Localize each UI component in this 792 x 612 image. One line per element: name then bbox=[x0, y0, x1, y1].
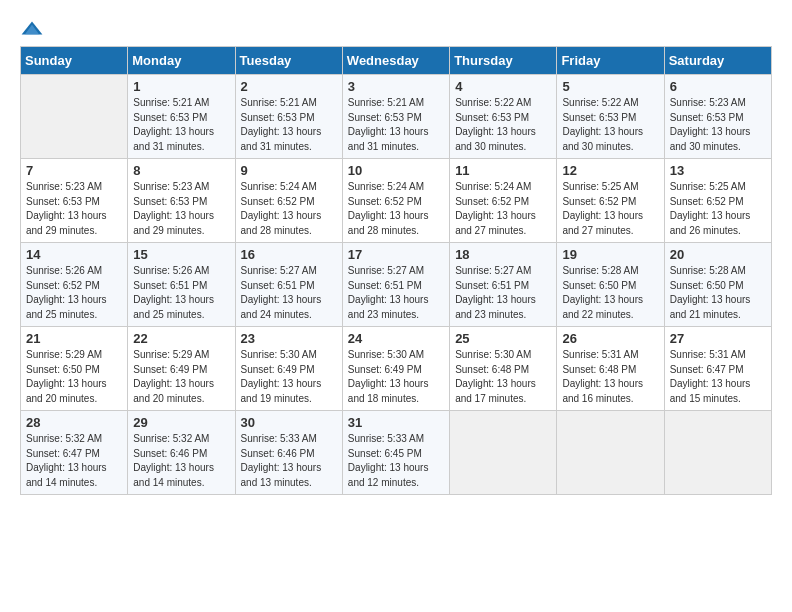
day-info: Sunrise: 5:29 AM Sunset: 6:49 PM Dayligh… bbox=[133, 348, 229, 406]
calendar-cell: 23Sunrise: 5:30 AM Sunset: 6:49 PM Dayli… bbox=[235, 327, 342, 411]
day-number: 21 bbox=[26, 331, 122, 346]
calendar-cell: 27Sunrise: 5:31 AM Sunset: 6:47 PM Dayli… bbox=[664, 327, 771, 411]
day-info: Sunrise: 5:29 AM Sunset: 6:50 PM Dayligh… bbox=[26, 348, 122, 406]
calendar-header-tuesday: Tuesday bbox=[235, 47, 342, 75]
day-number: 10 bbox=[348, 163, 444, 178]
day-number: 24 bbox=[348, 331, 444, 346]
calendar-cell: 13Sunrise: 5:25 AM Sunset: 6:52 PM Dayli… bbox=[664, 159, 771, 243]
day-number: 18 bbox=[455, 247, 551, 262]
calendar-cell: 15Sunrise: 5:26 AM Sunset: 6:51 PM Dayli… bbox=[128, 243, 235, 327]
day-info: Sunrise: 5:32 AM Sunset: 6:46 PM Dayligh… bbox=[133, 432, 229, 490]
calendar-header-sunday: Sunday bbox=[21, 47, 128, 75]
header bbox=[20, 20, 772, 36]
calendar-week-row: 28Sunrise: 5:32 AM Sunset: 6:47 PM Dayli… bbox=[21, 411, 772, 495]
calendar-cell: 11Sunrise: 5:24 AM Sunset: 6:52 PM Dayli… bbox=[450, 159, 557, 243]
calendar-cell bbox=[664, 411, 771, 495]
day-number: 7 bbox=[26, 163, 122, 178]
day-info: Sunrise: 5:23 AM Sunset: 6:53 PM Dayligh… bbox=[133, 180, 229, 238]
calendar-cell: 1Sunrise: 5:21 AM Sunset: 6:53 PM Daylig… bbox=[128, 75, 235, 159]
calendar-cell: 21Sunrise: 5:29 AM Sunset: 6:50 PM Dayli… bbox=[21, 327, 128, 411]
day-info: Sunrise: 5:25 AM Sunset: 6:52 PM Dayligh… bbox=[670, 180, 766, 238]
day-number: 13 bbox=[670, 163, 766, 178]
day-info: Sunrise: 5:23 AM Sunset: 6:53 PM Dayligh… bbox=[670, 96, 766, 154]
day-info: Sunrise: 5:21 AM Sunset: 6:53 PM Dayligh… bbox=[133, 96, 229, 154]
calendar-cell: 24Sunrise: 5:30 AM Sunset: 6:49 PM Dayli… bbox=[342, 327, 449, 411]
day-info: Sunrise: 5:27 AM Sunset: 6:51 PM Dayligh… bbox=[241, 264, 337, 322]
day-number: 16 bbox=[241, 247, 337, 262]
calendar-cell: 25Sunrise: 5:30 AM Sunset: 6:48 PM Dayli… bbox=[450, 327, 557, 411]
calendar-header-wednesday: Wednesday bbox=[342, 47, 449, 75]
day-number: 17 bbox=[348, 247, 444, 262]
day-info: Sunrise: 5:33 AM Sunset: 6:45 PM Dayligh… bbox=[348, 432, 444, 490]
day-number: 20 bbox=[670, 247, 766, 262]
day-info: Sunrise: 5:28 AM Sunset: 6:50 PM Dayligh… bbox=[670, 264, 766, 322]
day-info: Sunrise: 5:22 AM Sunset: 6:53 PM Dayligh… bbox=[562, 96, 658, 154]
calendar-week-row: 7Sunrise: 5:23 AM Sunset: 6:53 PM Daylig… bbox=[21, 159, 772, 243]
day-info: Sunrise: 5:24 AM Sunset: 6:52 PM Dayligh… bbox=[241, 180, 337, 238]
calendar-cell bbox=[450, 411, 557, 495]
day-number: 15 bbox=[133, 247, 229, 262]
calendar-cell: 10Sunrise: 5:24 AM Sunset: 6:52 PM Dayli… bbox=[342, 159, 449, 243]
day-info: Sunrise: 5:30 AM Sunset: 6:49 PM Dayligh… bbox=[241, 348, 337, 406]
calendar-header-thursday: Thursday bbox=[450, 47, 557, 75]
calendar-table: SundayMondayTuesdayWednesdayThursdayFrid… bbox=[20, 46, 772, 495]
day-number: 6 bbox=[670, 79, 766, 94]
calendar-cell: 22Sunrise: 5:29 AM Sunset: 6:49 PM Dayli… bbox=[128, 327, 235, 411]
calendar-week-row: 14Sunrise: 5:26 AM Sunset: 6:52 PM Dayli… bbox=[21, 243, 772, 327]
day-info: Sunrise: 5:24 AM Sunset: 6:52 PM Dayligh… bbox=[455, 180, 551, 238]
calendar-cell: 17Sunrise: 5:27 AM Sunset: 6:51 PM Dayli… bbox=[342, 243, 449, 327]
calendar-cell: 14Sunrise: 5:26 AM Sunset: 6:52 PM Dayli… bbox=[21, 243, 128, 327]
day-number: 8 bbox=[133, 163, 229, 178]
calendar-cell: 9Sunrise: 5:24 AM Sunset: 6:52 PM Daylig… bbox=[235, 159, 342, 243]
day-info: Sunrise: 5:27 AM Sunset: 6:51 PM Dayligh… bbox=[348, 264, 444, 322]
day-number: 19 bbox=[562, 247, 658, 262]
day-number: 26 bbox=[562, 331, 658, 346]
calendar-cell: 16Sunrise: 5:27 AM Sunset: 6:51 PM Dayli… bbox=[235, 243, 342, 327]
calendar-cell: 26Sunrise: 5:31 AM Sunset: 6:48 PM Dayli… bbox=[557, 327, 664, 411]
day-info: Sunrise: 5:21 AM Sunset: 6:53 PM Dayligh… bbox=[348, 96, 444, 154]
day-info: Sunrise: 5:27 AM Sunset: 6:51 PM Dayligh… bbox=[455, 264, 551, 322]
day-number: 2 bbox=[241, 79, 337, 94]
day-info: Sunrise: 5:26 AM Sunset: 6:51 PM Dayligh… bbox=[133, 264, 229, 322]
calendar-header-saturday: Saturday bbox=[664, 47, 771, 75]
calendar-cell: 3Sunrise: 5:21 AM Sunset: 6:53 PM Daylig… bbox=[342, 75, 449, 159]
day-info: Sunrise: 5:26 AM Sunset: 6:52 PM Dayligh… bbox=[26, 264, 122, 322]
day-info: Sunrise: 5:30 AM Sunset: 6:48 PM Dayligh… bbox=[455, 348, 551, 406]
calendar-cell bbox=[557, 411, 664, 495]
day-number: 29 bbox=[133, 415, 229, 430]
day-info: Sunrise: 5:31 AM Sunset: 6:48 PM Dayligh… bbox=[562, 348, 658, 406]
day-number: 25 bbox=[455, 331, 551, 346]
day-info: Sunrise: 5:32 AM Sunset: 6:47 PM Dayligh… bbox=[26, 432, 122, 490]
day-number: 23 bbox=[241, 331, 337, 346]
day-info: Sunrise: 5:33 AM Sunset: 6:46 PM Dayligh… bbox=[241, 432, 337, 490]
day-number: 9 bbox=[241, 163, 337, 178]
calendar-cell: 30Sunrise: 5:33 AM Sunset: 6:46 PM Dayli… bbox=[235, 411, 342, 495]
calendar-cell: 29Sunrise: 5:32 AM Sunset: 6:46 PM Dayli… bbox=[128, 411, 235, 495]
day-info: Sunrise: 5:22 AM Sunset: 6:53 PM Dayligh… bbox=[455, 96, 551, 154]
calendar-week-row: 1Sunrise: 5:21 AM Sunset: 6:53 PM Daylig… bbox=[21, 75, 772, 159]
calendar-cell: 31Sunrise: 5:33 AM Sunset: 6:45 PM Dayli… bbox=[342, 411, 449, 495]
day-number: 30 bbox=[241, 415, 337, 430]
calendar-cell: 4Sunrise: 5:22 AM Sunset: 6:53 PM Daylig… bbox=[450, 75, 557, 159]
calendar-week-row: 21Sunrise: 5:29 AM Sunset: 6:50 PM Dayli… bbox=[21, 327, 772, 411]
calendar-cell: 8Sunrise: 5:23 AM Sunset: 6:53 PM Daylig… bbox=[128, 159, 235, 243]
calendar-header-friday: Friday bbox=[557, 47, 664, 75]
calendar-header-row: SundayMondayTuesdayWednesdayThursdayFrid… bbox=[21, 47, 772, 75]
day-number: 12 bbox=[562, 163, 658, 178]
day-number: 4 bbox=[455, 79, 551, 94]
day-info: Sunrise: 5:25 AM Sunset: 6:52 PM Dayligh… bbox=[562, 180, 658, 238]
day-number: 1 bbox=[133, 79, 229, 94]
day-number: 5 bbox=[562, 79, 658, 94]
day-info: Sunrise: 5:21 AM Sunset: 6:53 PM Dayligh… bbox=[241, 96, 337, 154]
day-number: 28 bbox=[26, 415, 122, 430]
calendar-cell: 20Sunrise: 5:28 AM Sunset: 6:50 PM Dayli… bbox=[664, 243, 771, 327]
day-info: Sunrise: 5:30 AM Sunset: 6:49 PM Dayligh… bbox=[348, 348, 444, 406]
day-number: 31 bbox=[348, 415, 444, 430]
logo-icon bbox=[20, 20, 44, 36]
calendar-cell: 6Sunrise: 5:23 AM Sunset: 6:53 PM Daylig… bbox=[664, 75, 771, 159]
day-number: 22 bbox=[133, 331, 229, 346]
calendar-cell: 19Sunrise: 5:28 AM Sunset: 6:50 PM Dayli… bbox=[557, 243, 664, 327]
calendar-cell: 7Sunrise: 5:23 AM Sunset: 6:53 PM Daylig… bbox=[21, 159, 128, 243]
calendar-cell: 2Sunrise: 5:21 AM Sunset: 6:53 PM Daylig… bbox=[235, 75, 342, 159]
calendar-cell: 12Sunrise: 5:25 AM Sunset: 6:52 PM Dayli… bbox=[557, 159, 664, 243]
